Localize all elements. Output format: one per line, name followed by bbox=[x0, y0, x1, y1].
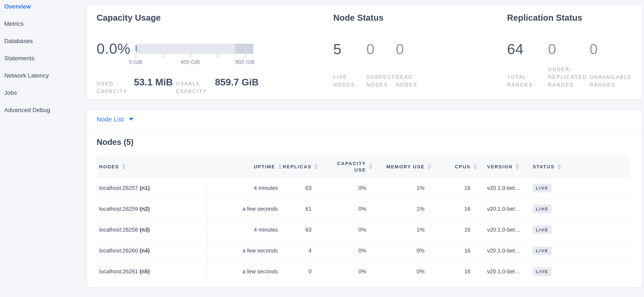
sidebar-item-statements[interactable]: Statements bbox=[4, 55, 87, 72]
axis-tick bbox=[245, 54, 246, 58]
under-replicated-ranges-label: UNDER- REPLICATED RANGES bbox=[548, 66, 590, 89]
uptime-cell: a few seconds bbox=[208, 261, 282, 282]
replicas-cell: 0 bbox=[282, 261, 318, 282]
sort-icon bbox=[428, 164, 431, 169]
axis-label-400gib: 400 GiB bbox=[180, 59, 200, 65]
node-address-cell[interactable]: localhost:26261 (n5) bbox=[96, 261, 208, 282]
capacity-usage-section: Capacity Usage 0.0% bbox=[96, 13, 333, 99]
status-badge: LIVE bbox=[533, 225, 552, 234]
cpus-cell: 16 bbox=[432, 177, 477, 198]
column-header-version[interactable]: VERSION bbox=[477, 156, 527, 177]
column-header-capacity-use[interactable]: CAPACITY USE bbox=[318, 156, 373, 177]
node-status-metrics: 5 LIVE NODES 0 SUSPECT NODES bbox=[333, 42, 507, 89]
total-ranges-label: TOTAL RANGES bbox=[507, 73, 548, 89]
axis-tick bbox=[218, 54, 218, 58]
version-cell: v20.1.0-bet… bbox=[477, 219, 527, 240]
view-selector-bar: Node List bbox=[87, 110, 642, 128]
suspect-nodes-metric: 0 SUSPECT NODES bbox=[366, 42, 396, 89]
sort-icon bbox=[369, 164, 372, 169]
live-nodes-value: 5 bbox=[333, 42, 366, 56]
table-row: localhost:26259 (n2) a few seconds 61 0%… bbox=[96, 198, 630, 219]
sidebar-item-jobs[interactable]: Jobs bbox=[4, 89, 87, 106]
sort-icon bbox=[474, 164, 477, 169]
capacity-bar-axis-labels: 0 GiB 400 GiB 800 GiB bbox=[136, 59, 253, 65]
sort-icon bbox=[278, 164, 282, 169]
unavailable-ranges-metric: 0 UNAVAILABLE RANGES bbox=[590, 42, 632, 89]
memory-use-cell: 0% bbox=[373, 240, 432, 261]
node-list-dropdown[interactable]: Node List bbox=[96, 116, 134, 123]
nodes-section: Nodes (5) NODES bbox=[87, 128, 642, 287]
cpus-cell: 16 bbox=[432, 240, 477, 261]
admin-ui-root: Overview Metrics Databases Statements Ne… bbox=[0, 0, 644, 297]
sidebar-item-overview[interactable]: Overview bbox=[4, 3, 87, 20]
version-cell: v20.1.0-bet… bbox=[477, 261, 527, 282]
capacity-use-cell: 0% bbox=[318, 240, 373, 261]
total-ranges-metric: 64 TOTAL RANGES bbox=[507, 42, 548, 89]
replication-status-title: Replication Status bbox=[507, 13, 632, 22]
table-row: localhost:26258 (n3) 4 minutes 63 0% 1% … bbox=[96, 219, 630, 240]
node-list-dropdown-label: Node List bbox=[96, 116, 124, 123]
column-header-status[interactable]: STATUS bbox=[527, 156, 630, 177]
node-address-cell[interactable]: localhost:26259 (n2) bbox=[96, 198, 208, 219]
sidebar-item-network-latency[interactable]: Network Latency bbox=[4, 72, 87, 89]
status-cell: LIVE bbox=[527, 198, 630, 219]
column-header-replicas[interactable]: REPLICAS bbox=[282, 156, 318, 177]
capacity-use-cell: 0% bbox=[318, 198, 373, 219]
column-header-uptime[interactable]: UPTIME bbox=[208, 156, 282, 177]
under-replicated-ranges-metric: 0 UNDER- REPLICATED RANGES bbox=[548, 42, 590, 89]
main-content: Capacity Usage 0.0% bbox=[87, 0, 644, 297]
unavailable-ranges-label: UNAVAILABLE RANGES bbox=[590, 73, 632, 89]
table-row: localhost:26257 (n1) 4 minutes 63 0% 1% … bbox=[96, 177, 630, 198]
status-badge: LIVE bbox=[533, 184, 552, 192]
capacity-used-percent: 0.0% bbox=[96, 41, 130, 65]
cluster-summary-card: Capacity Usage 0.0% bbox=[87, 5, 642, 99]
nodes-table: NODES UPTIME REPLICAS bbox=[96, 156, 630, 282]
node-list-card: Node List Nodes (5) NODES bbox=[87, 110, 642, 288]
table-row: localhost:26260 (n4) a few seconds 4 0% … bbox=[96, 240, 630, 261]
node-address-cell[interactable]: localhost:26260 (n4) bbox=[96, 240, 208, 261]
axis-tick bbox=[163, 54, 163, 58]
dead-nodes-metric: 0 DEAD NODES bbox=[396, 42, 507, 89]
under-replicated-ranges-value: 0 bbox=[548, 42, 590, 56]
node-address-cell[interactable]: localhost:26258 (n3) bbox=[96, 219, 208, 240]
dead-nodes-value: 0 bbox=[396, 42, 507, 56]
replicas-cell: 63 bbox=[282, 177, 318, 198]
status-cell: LIVE bbox=[527, 261, 630, 282]
sidebar-item-databases[interactable]: Databases bbox=[4, 37, 87, 55]
sidebar-item-advanced-debug[interactable]: Advanced Debug bbox=[4, 106, 87, 124]
uptime-cell: 4 minutes bbox=[208, 219, 282, 240]
capacity-use-cell: 0% bbox=[318, 219, 373, 240]
status-badge: LIVE bbox=[533, 205, 552, 213]
status-cell: LIVE bbox=[527, 219, 630, 240]
column-header-memory-use[interactable]: MEMORY USE bbox=[373, 156, 432, 177]
capacity-bar-axis bbox=[136, 54, 253, 58]
status-badge: LIVE bbox=[533, 267, 552, 276]
cpus-cell: 16 bbox=[432, 261, 477, 282]
replication-metrics: 64 TOTAL RANGES 0 UNDER- REPLICATED RANG… bbox=[507, 42, 632, 89]
cpus-cell: 16 bbox=[432, 219, 477, 240]
node-address-cell[interactable]: localhost:26257 (n1) bbox=[96, 177, 208, 198]
sort-icon bbox=[314, 164, 318, 169]
usable-capacity-value: 859.7 GiB bbox=[215, 77, 259, 87]
node-status-title: Node Status bbox=[333, 13, 507, 22]
table-row: localhost:26261 (n5) a few seconds 0 0% … bbox=[96, 261, 630, 282]
capacity-bar-chart: 0 GiB 400 GiB 800 GiB bbox=[136, 44, 253, 65]
sidebar: Overview Metrics Databases Statements Ne… bbox=[0, 0, 87, 297]
memory-use-cell: 1% bbox=[373, 219, 432, 240]
capacity-use-cell: 0% bbox=[318, 177, 373, 198]
version-cell: v20.1.0-bet… bbox=[477, 198, 527, 219]
memory-use-cell: 0% bbox=[373, 261, 432, 282]
capacity-usage-chart-row: 0.0% bbox=[96, 41, 333, 65]
suspect-nodes-label: SUSPECT NODES bbox=[366, 73, 396, 89]
column-header-nodes[interactable]: NODES bbox=[96, 156, 208, 177]
version-cell: v20.1.0-bet… bbox=[477, 240, 527, 261]
unavailable-ranges-value: 0 bbox=[590, 42, 632, 56]
replicas-cell: 4 bbox=[282, 240, 318, 261]
status-cell: LIVE bbox=[527, 177, 630, 198]
uptime-cell: a few seconds bbox=[208, 240, 282, 261]
sidebar-item-metrics[interactable]: Metrics bbox=[4, 20, 87, 37]
chevron-down-icon bbox=[129, 118, 134, 121]
capacity-values-row: USED CAPACITY 53.1 MiB USABLE CAPACITY 8… bbox=[96, 77, 333, 95]
axis-label-800gib: 800 GiB bbox=[236, 59, 254, 65]
column-header-cpus[interactable]: CPUS bbox=[432, 156, 477, 177]
